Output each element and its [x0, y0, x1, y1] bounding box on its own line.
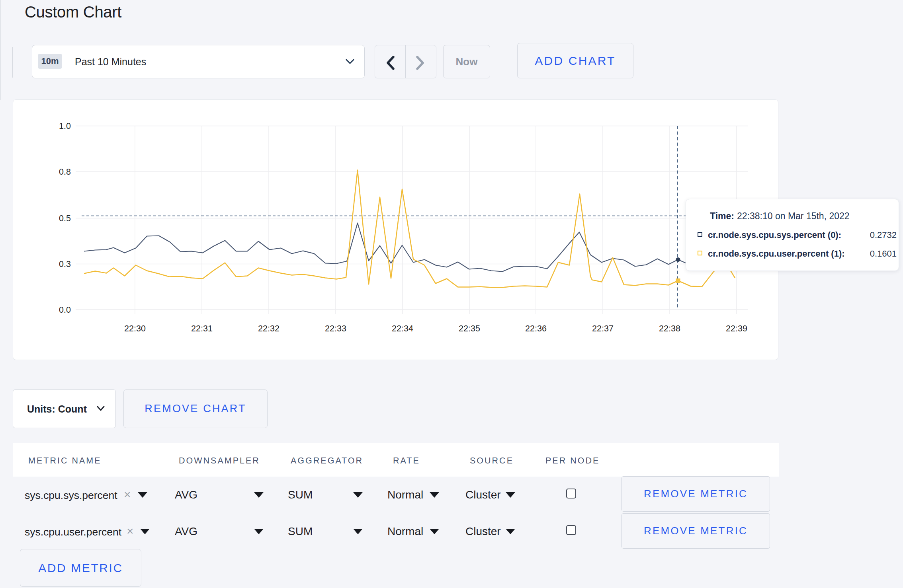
- svg-text:22:38: 22:38: [659, 324, 680, 333]
- svg-text:22:33: 22:33: [325, 324, 346, 333]
- svg-text:22:37: 22:37: [592, 324, 614, 333]
- svg-text:0.3: 0.3: [59, 259, 71, 269]
- svg-text:0.8: 0.8: [59, 167, 71, 177]
- svg-text:22:30: 22:30: [124, 324, 146, 333]
- svg-text:0.5: 0.5: [59, 214, 71, 223]
- svg-text:22:34: 22:34: [392, 324, 413, 333]
- svg-text:1.0: 1.0: [59, 121, 71, 131]
- svg-text:0.0: 0.0: [59, 305, 71, 315]
- svg-text:22:36: 22:36: [525, 324, 547, 333]
- svg-text:22:39: 22:39: [726, 324, 747, 333]
- svg-text:22:31: 22:31: [191, 324, 213, 333]
- svg-text:22:35: 22:35: [459, 324, 480, 333]
- svg-text:22:32: 22:32: [258, 324, 280, 333]
